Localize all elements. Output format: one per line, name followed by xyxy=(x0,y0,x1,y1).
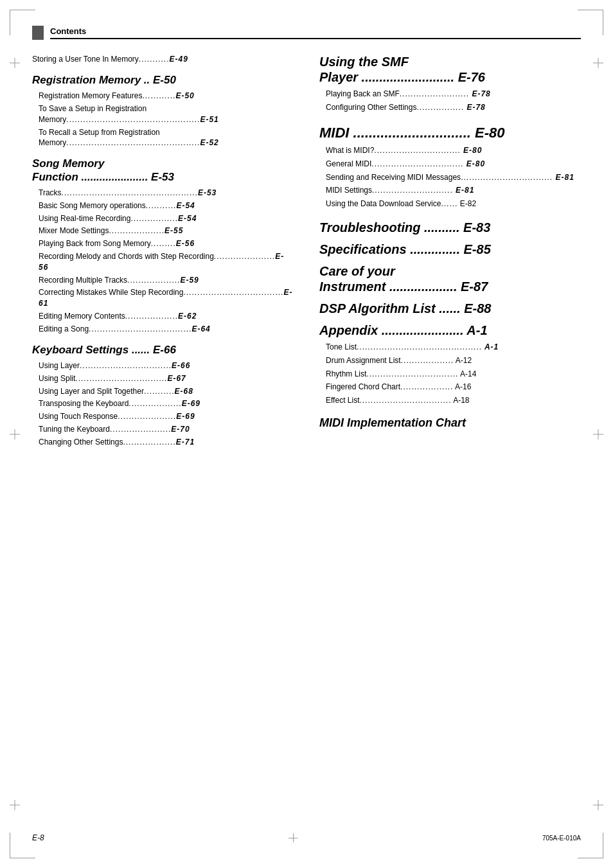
section-heading-appendix: Appendix ....................... A-1 xyxy=(319,323,581,338)
footer-center xyxy=(289,833,298,842)
toc-entry-midi-settings: MIDI Settings...........................… xyxy=(319,185,581,196)
toc-entry-editing-song: Editing a Song..........................… xyxy=(32,324,294,335)
crosshair-bottom-right xyxy=(593,800,603,810)
toc-entry-configuring-settings: Configuring Other Settings..............… xyxy=(319,102,581,113)
right-column: Using the SMFPlayer ....................… xyxy=(319,54,581,449)
section-heading-midi: MIDI .............................. E-80 xyxy=(319,125,581,141)
crosshair-mid-right xyxy=(593,429,603,439)
toc-entry-tracks: Tracks..................................… xyxy=(32,188,294,199)
toc-entry-using-split: Using Split.............................… xyxy=(32,373,294,384)
section-heading-specifications: Specifications .............. E-85 xyxy=(319,242,581,257)
corner-mark-br xyxy=(578,833,603,858)
corner-mark-tr xyxy=(578,10,603,35)
section-heading-care: Care of yourInstrument .................… xyxy=(319,263,581,294)
toc-entry-transposing: Transposing the Keyboard................… xyxy=(32,398,294,409)
toc-entry-touch-response: Using Touch Response....................… xyxy=(32,411,294,422)
crosshair-mid-left xyxy=(10,429,20,439)
toc-entry-mixer-mode: Mixer Mode Settings....................E… xyxy=(32,226,294,236)
toc-entry-playing-back-song: Playing Back from Song Memory.........E-… xyxy=(32,238,294,249)
toc-entry-save-setup: To Save a Setup in Registration Memory..… xyxy=(32,103,294,125)
footer: E-8 705A-E-010A xyxy=(32,833,581,842)
crosshair-top-right xyxy=(593,58,603,68)
toc-entry-tone-list: Tone List...............................… xyxy=(319,342,581,353)
footer-crosshair xyxy=(289,833,298,842)
toc-entry-recording-multiple: Recording Multiple Tracks...............… xyxy=(32,275,294,286)
toc-entry-effect-list: Effect List.............................… xyxy=(319,395,581,406)
crosshair-top-left xyxy=(10,58,20,68)
toc-entry-realtime-recording: Using Real-time Recording...............… xyxy=(32,213,294,224)
header-bar: Contents xyxy=(32,26,581,42)
toc-entry-recall-setup: To Recall a Setup from Registration Memo… xyxy=(32,127,294,149)
left-column: Storing a User Tone In Memory...........… xyxy=(32,54,294,449)
section-heading-registration-memory: Registration Memory .. E-50 xyxy=(32,74,294,87)
toc-entry-correcting-mistakes: Correcting Mistakes While Step Recording… xyxy=(32,287,294,309)
two-column-layout: Storing a User Tone In Memory...........… xyxy=(32,54,581,449)
toc-entry-changing-other: Changing Other Settings.................… xyxy=(32,437,294,448)
toc-entry-fingered-chord: Fingered Chord Chart................... … xyxy=(319,382,581,393)
toc-entry-rhythm-list: Rhythm List.............................… xyxy=(319,369,581,380)
toc-entry-drum-assignment: Drum Assignment List................... … xyxy=(319,355,581,366)
toc-entry-basic-song-ops: Basic Song Memory operations...........E… xyxy=(32,200,294,211)
crosshair-bottom-left xyxy=(10,800,20,810)
toc-intro-entry: Storing a User Tone In Memory...........… xyxy=(32,54,294,65)
section-heading-keyboard-settings: Keyboard Settings ...... E-66 xyxy=(32,344,294,357)
toc-entry-what-is-midi: What is MIDI?...........................… xyxy=(319,145,581,156)
toc-entry-using-layer: Using Layer.............................… xyxy=(32,360,294,371)
corner-mark-bl xyxy=(10,833,35,858)
toc-entry-recording-melody: Recording Melody and Chords with Step Re… xyxy=(32,251,294,273)
corner-mark-tl xyxy=(10,10,35,35)
toc-entry-editing-memory: Editing Memory Contents.................… xyxy=(32,311,294,322)
section-heading-dsp: DSP Algorithm List ...... E-88 xyxy=(319,301,581,316)
toc-entry-data-download: Using the Data Download Service...... E-… xyxy=(319,199,581,209)
footer-code: 705A-E-010A xyxy=(542,835,581,842)
toc-entry-tuning: Tuning the Keyboard.....................… xyxy=(32,424,294,435)
toc-entry-layer-split-together: Using Layer and Split Together..........… xyxy=(32,386,294,397)
section-heading-song-memory: Song MemoryFunction ....................… xyxy=(32,157,294,184)
page: Contents Storing a User Tone In Memory..… xyxy=(0,0,613,868)
toc-entry-sending-receiving: Sending and Receiving MIDI Messages.....… xyxy=(319,172,581,183)
toc-entry-playing-back-smf: Playing Back an SMF.....................… xyxy=(319,89,581,100)
header-title: Contents xyxy=(50,26,581,39)
section-heading-smf-player: Using the SMFPlayer ....................… xyxy=(319,54,581,85)
section-heading-troubleshooting: Troubleshooting .......... E-83 xyxy=(319,220,581,235)
toc-entry-reg-features: Registration Memory Features............… xyxy=(32,91,294,102)
toc-entry-general-midi: General MIDI............................… xyxy=(319,159,581,170)
section-heading-midi-impl: MIDI Implementation Chart xyxy=(319,416,581,430)
footer-page-number: E-8 xyxy=(32,833,44,842)
